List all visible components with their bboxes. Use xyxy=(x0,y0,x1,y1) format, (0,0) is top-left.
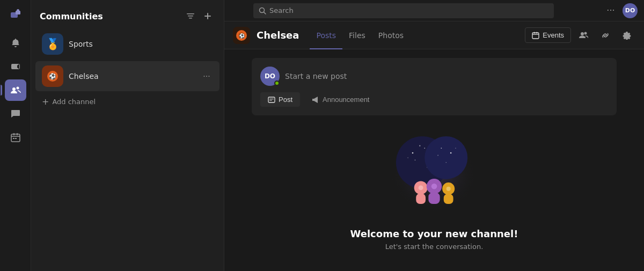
filter-button[interactable] xyxy=(183,9,198,24)
more-options-button[interactable]: ··· xyxy=(603,3,618,18)
svg-point-54 xyxy=(431,184,437,189)
svg-point-38 xyxy=(419,145,420,147)
add-channel-label: Add channel xyxy=(52,98,96,106)
svg-rect-9 xyxy=(17,133,18,135)
channel-community-icon: ⚽ xyxy=(233,27,250,44)
svg-rect-13 xyxy=(188,16,193,17)
content-area: DO Start a new post Post xyxy=(224,49,644,271)
community-name-sports: Sports xyxy=(69,40,213,48)
svg-rect-25 xyxy=(534,32,535,33)
events-button[interactable]: Events xyxy=(525,27,571,43)
welcome-subtitle: Let's start the conversation. xyxy=(385,243,484,251)
rail-item-notifications[interactable] xyxy=(5,32,26,54)
add-community-button[interactable] xyxy=(200,9,215,24)
user-avatar-topbar[interactable]: DO xyxy=(623,3,638,18)
welcome-illustration xyxy=(386,131,482,217)
svg-point-46 xyxy=(437,155,438,156)
svg-rect-12 xyxy=(187,13,194,14)
rail-item-chat[interactable] xyxy=(5,103,26,124)
tab-files[interactable]: Files xyxy=(342,21,372,49)
svg-line-20 xyxy=(264,12,266,14)
sidebar-actions xyxy=(183,9,215,24)
settings-icon xyxy=(623,31,631,40)
svg-point-2 xyxy=(17,9,19,12)
svg-rect-48 xyxy=(416,194,426,204)
search-icon xyxy=(259,7,266,14)
welcome-section: Welcome to your new channel! Let's start… xyxy=(340,115,529,261)
svg-rect-24 xyxy=(532,33,539,39)
post-actions: Post Announcement xyxy=(260,92,608,107)
svg-point-42 xyxy=(441,148,442,149)
svg-rect-8 xyxy=(13,133,14,135)
community-name-chelsea: Chelsea xyxy=(69,72,195,80)
svg-point-28 xyxy=(584,32,587,34)
svg-rect-29 xyxy=(268,97,275,102)
add-channel[interactable]: + Add channel xyxy=(35,93,219,110)
link-button[interactable] xyxy=(597,27,614,44)
top-bar: Search ··· DO xyxy=(224,0,644,21)
new-post-area: DO Start a new post Post xyxy=(252,58,617,115)
add-channel-plus: + xyxy=(42,97,49,107)
sidebar: Communities 🏅 Sports xyxy=(31,0,224,271)
search-placeholder: Search xyxy=(269,6,294,14)
svg-point-43 xyxy=(450,152,452,154)
online-indicator xyxy=(274,80,280,86)
svg-point-37 xyxy=(415,160,415,160)
svg-rect-10 xyxy=(13,138,14,139)
channel-header: ⚽ Chelsea Posts Files Photos xyxy=(224,21,644,49)
community-item-sports[interactable]: 🏅 Sports xyxy=(35,29,219,59)
tab-posts[interactable]: Posts xyxy=(310,21,342,49)
svg-text:⚽: ⚽ xyxy=(239,33,245,39)
svg-point-55 xyxy=(447,187,451,191)
svg-point-39 xyxy=(407,157,408,158)
top-bar-right: ··· DO xyxy=(603,3,638,18)
post-icon xyxy=(268,96,275,104)
new-post-placeholder[interactable]: Start a new post xyxy=(285,72,347,80)
svg-point-27 xyxy=(581,32,584,35)
settings-button[interactable] xyxy=(618,27,635,44)
members-icon xyxy=(579,31,589,40)
svg-rect-11 xyxy=(15,138,17,139)
events-icon xyxy=(532,32,539,39)
svg-point-34 xyxy=(412,152,414,154)
left-rail xyxy=(0,0,31,271)
svg-point-41 xyxy=(425,136,467,179)
svg-rect-30 xyxy=(269,99,274,99)
svg-rect-14 xyxy=(189,18,192,19)
channel-name: Chelsea xyxy=(257,30,299,41)
svg-text:⚽: ⚽ xyxy=(49,72,56,80)
chelsea-icon: ⚽ xyxy=(42,65,63,87)
tab-photos[interactable]: Photos xyxy=(372,21,410,49)
members-button[interactable] xyxy=(575,27,592,44)
link-icon xyxy=(601,31,610,40)
user-avatar-post: DO xyxy=(260,67,280,86)
channel-tabs: Posts Files Photos xyxy=(310,21,410,49)
chelsea-more-button[interactable]: ··· xyxy=(200,70,213,83)
rail-item-calendar[interactable] xyxy=(5,127,26,148)
main-content: Search ··· DO ⚽ Chelsea Posts Files Phot… xyxy=(224,0,644,271)
svg-point-5 xyxy=(12,87,16,91)
new-post-top: DO Start a new post xyxy=(260,67,608,86)
rail-item-calls[interactable] xyxy=(5,56,26,77)
svg-rect-50 xyxy=(428,193,440,204)
communities-title: Communities xyxy=(40,11,103,21)
svg-point-35 xyxy=(424,148,425,149)
events-label: Events xyxy=(543,31,564,39)
svg-point-53 xyxy=(419,185,423,190)
svg-rect-16 xyxy=(204,16,211,17)
community-item-chelsea[interactable]: ⚽ Chelsea ··· xyxy=(35,61,219,91)
svg-point-45 xyxy=(445,162,446,163)
rail-item-communities[interactable] xyxy=(5,79,26,101)
sports-icon: 🏅 xyxy=(42,33,63,55)
teams-logo[interactable] xyxy=(5,4,26,26)
search-bar[interactable]: Search xyxy=(253,3,554,18)
svg-point-44 xyxy=(455,148,456,148)
channel-header-right: Events xyxy=(525,27,635,44)
sidebar-header: Communities xyxy=(31,0,224,28)
svg-rect-31 xyxy=(269,100,272,100)
svg-rect-52 xyxy=(444,194,453,204)
post-button[interactable]: Post xyxy=(260,92,300,107)
svg-point-6 xyxy=(16,87,19,90)
announcement-button[interactable]: Announcement xyxy=(304,92,377,107)
svg-rect-26 xyxy=(537,32,538,33)
